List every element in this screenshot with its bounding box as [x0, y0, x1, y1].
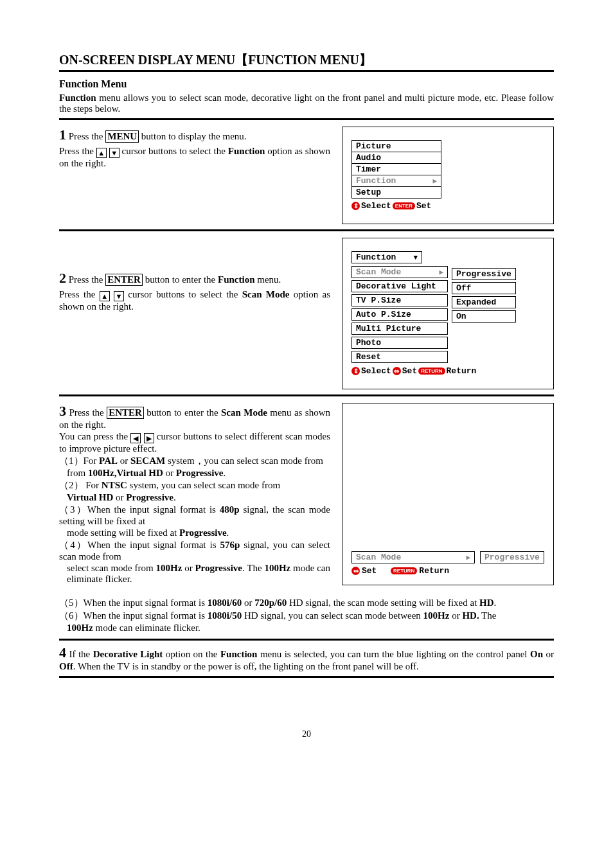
step-2-row: 2 Press the ENTER button to enter the Fu… — [59, 238, 554, 396]
down-cursor-icon: ▼ — [109, 148, 120, 158]
step-2-text: 2 Press the ENTER button to enter the Fu… — [59, 238, 330, 389]
step-1-row: 1 Press the MENU button to display the m… — [59, 127, 554, 231]
menu-item-picture: Picture — [352, 141, 441, 152]
menu2-decorative-light: Decorative Light — [351, 280, 448, 292]
left-cursor-icon: ◀ — [130, 433, 141, 443]
menu2-val-expanded: Expanded — [452, 296, 516, 308]
step-1-osd: Picture Audio Timer Function▶ Setup ⇕Sel… — [342, 127, 554, 224]
menu2-val-on: On — [452, 310, 516, 323]
enter-pill: ENTER — [393, 202, 415, 209]
menu2-head: Function▼ — [351, 251, 422, 263]
step-3-row: 3 Press the ENTER button to enter the Sc… — [59, 403, 554, 590]
step-3-osd: Scan Mode▶ Progressive ⇔Set RETURNReturn — [342, 403, 554, 585]
right-arrow-icon: ▶ — [432, 177, 437, 185]
menu3-footer: ⇔Set RETURNReturn — [351, 566, 544, 576]
menu-button-label: MENU — [105, 130, 139, 143]
title-main: ON-SCREEN DISPLAY MENU — [59, 53, 235, 67]
step-1-number: 1 — [59, 127, 66, 143]
leftright-icon: ⇔ — [351, 567, 360, 575]
page-title: ON-SCREEN DISPLAY MENU【FUNCTION MENU】 — [59, 51, 554, 72]
intro-paragraph: Function menu allows you to select scan … — [59, 93, 554, 120]
return-pill: RETURN — [391, 567, 417, 574]
up-cursor-icon: ▲ — [96, 148, 107, 158]
leftright-icon: ⇔ — [393, 367, 401, 375]
menu2-photo: Photo — [351, 337, 448, 349]
menu3-val: Progressive — [480, 551, 544, 563]
enter-button-label: ENTER — [105, 274, 143, 286]
osd-menu-1-footer: ⇕Select ENTERSet — [351, 201, 544, 211]
intro-rest: menu allows you to select scan mode, dec… — [59, 93, 554, 114]
updown-icon: ⇕ — [351, 202, 360, 210]
step-3-number: 3 — [59, 403, 66, 419]
return-pill: RETURN — [418, 368, 445, 375]
osd-menu-2-footer: ⇕Select ⇔Set RETURNReturn — [351, 366, 544, 376]
menu2-tv-psize: TV P.Size — [351, 294, 448, 306]
intro-bold: Function — [59, 93, 96, 103]
down-cursor-icon: ▼ — [114, 291, 124, 301]
step-3-continued: （5）When the input signal format is 1080i… — [59, 597, 554, 633]
step-2-number: 2 — [59, 270, 66, 286]
step-3-text: 3 Press the ENTER button to enter the Sc… — [59, 403, 330, 585]
step-2-osd: Function▼ Scan Mode▶ Decorative Light TV… — [342, 238, 554, 389]
right-arrow-icon: ▶ — [466, 553, 470, 562]
step-1-text: 1 Press the MENU button to display the m… — [59, 127, 330, 224]
up-cursor-icon: ▲ — [100, 291, 110, 301]
menu2-multi-picture: Multi Picture — [351, 323, 448, 335]
right-cursor-icon: ▶ — [144, 433, 154, 443]
title-bracket: 【FUNCTION MENU】 — [235, 53, 372, 67]
osd-menu-2-items: Function▼ Scan Mode▶ Decorative Light TV… — [351, 251, 448, 365]
menu-item-timer: Timer — [352, 164, 441, 175]
menu-item-audio: Audio — [352, 152, 441, 164]
menu-item-function: Function▶ — [352, 175, 441, 187]
menu2-scan-mode: Scan Mode▶ — [351, 266, 448, 278]
menu2-val-progressive: Progressive — [452, 268, 516, 280]
right-arrow-icon: ▶ — [439, 268, 443, 276]
menu3-scan-mode: Scan Mode▶ — [351, 551, 475, 563]
step-4-number: 4 — [59, 644, 66, 660]
menu2-auto-psize: Auto P.Size — [351, 308, 448, 321]
osd-menu-2-values: Progressive Off Expanded On — [452, 251, 516, 324]
step-4-row: 4 If the Decorative Light option on the … — [59, 639, 554, 678]
menu2-reset: Reset — [351, 351, 448, 363]
menu-item-setup: Setup — [352, 187, 441, 198]
menu2-val-off: Off — [452, 282, 516, 294]
osd-menu-1: Picture Audio Timer Function▶ Setup — [351, 140, 441, 199]
page-number: 20 — [59, 729, 554, 740]
updown-icon: ⇕ — [351, 367, 360, 375]
section-subtitle: Function Menu — [59, 78, 554, 90]
enter-button-label: ENTER — [107, 407, 144, 419]
down-arrow-icon: ▼ — [413, 254, 418, 261]
